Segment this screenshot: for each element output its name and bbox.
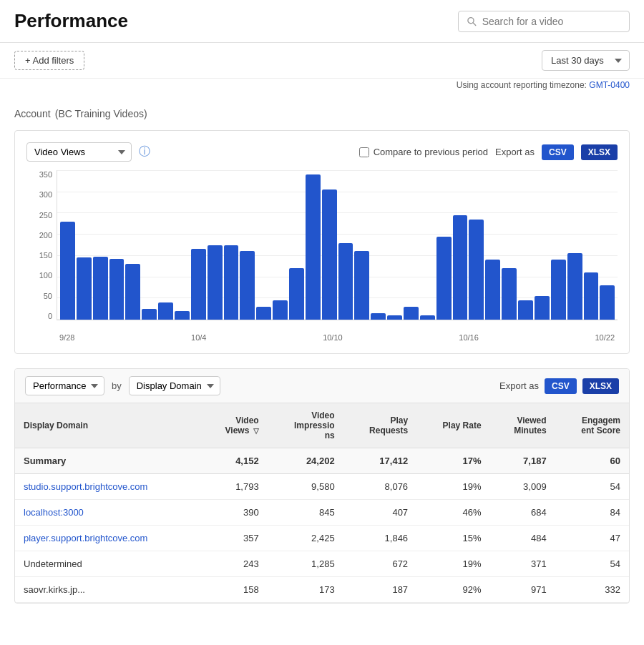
table-xlsx-button[interactable]: XLSX <box>582 378 619 394</box>
table-csv-button[interactable]: CSV <box>545 378 577 394</box>
row-video-views: 390 <box>200 500 267 526</box>
chart-plot <box>57 170 618 320</box>
y-label-250: 250 <box>26 211 52 220</box>
row-play-rate: 15% <box>416 526 489 551</box>
summary-domain: Summary <box>15 448 200 474</box>
domain-link[interactable]: studio.support.brightcove.com <box>24 481 147 492</box>
y-label-150: 150 <box>26 251 52 260</box>
timezone-bar: Using account reporting timezone: GMT-04… <box>0 79 644 96</box>
dimension-dropdown[interactable]: Display Domain Video Country Device Type <box>129 376 220 395</box>
col-header-engagement-score[interactable]: Engagement Score <box>555 403 629 448</box>
toolbar: + Add filters Last 30 days Last 7 days L… <box>0 43 644 79</box>
chart-bar[interactable] <box>306 174 321 320</box>
chart-bar[interactable] <box>208 245 223 320</box>
col-header-play-requests[interactable]: PlayRequests <box>343 403 416 448</box>
row-video-impressions: 2,425 <box>268 526 343 551</box>
chart-bar[interactable] <box>584 272 599 320</box>
row-engagement-score: 54 <box>555 474 629 500</box>
row-play-requests: 1,846 <box>343 526 416 551</box>
row-domain[interactable]: localhost:3000 <box>15 500 200 526</box>
col-header-display-domain[interactable]: Display Domain <box>15 403 200 448</box>
chart-bar[interactable] <box>338 243 353 320</box>
x-label-104: 10/4 <box>191 333 206 342</box>
performance-dropdown[interactable]: Performance <box>25 376 104 395</box>
search-box[interactable] <box>458 11 630 32</box>
x-label-928: 9/28 <box>59 333 74 342</box>
date-range-dropdown[interactable]: Last 30 days Last 7 days Last 365 days C… <box>542 50 630 71</box>
chart-bar[interactable] <box>600 285 615 320</box>
data-table: Display Domain VideoViews ▽ VideoImpress… <box>15 403 629 603</box>
chart-bar[interactable] <box>158 302 173 320</box>
chart-bar[interactable] <box>371 313 386 320</box>
chart-bar[interactable] <box>175 311 190 320</box>
row-play-requests: 187 <box>343 577 416 603</box>
metric-dropdown[interactable]: Video Views Video Impressions Play Reque… <box>26 142 132 162</box>
export-label: Export as <box>495 147 535 157</box>
chart-bar[interactable] <box>535 296 550 320</box>
summary-video-views: 4,152 <box>200 448 267 474</box>
chart-bar[interactable] <box>93 257 108 320</box>
col-header-video-views[interactable]: VideoViews ▽ <box>200 403 267 448</box>
chart-bar[interactable] <box>273 300 288 320</box>
chart-bar[interactable] <box>404 307 419 320</box>
chart-bar[interactable] <box>142 309 157 320</box>
chart-bar[interactable] <box>191 249 206 320</box>
row-domain[interactable]: studio.support.brightcove.com <box>15 474 200 500</box>
chart-xlsx-button[interactable]: XLSX <box>581 144 618 160</box>
chart-bar[interactable] <box>518 300 533 320</box>
info-icon[interactable]: ⓘ <box>139 144 150 159</box>
row-viewed-minutes: 684 <box>490 500 555 526</box>
chart-x-axis: 9/28 10/4 10/10 10/16 10/22 <box>57 322 618 342</box>
bars-wrapper <box>57 170 618 320</box>
row-video-impressions: 845 <box>268 500 343 526</box>
add-filters-button[interactable]: + Add filters <box>14 51 84 70</box>
chart-bar[interactable] <box>354 251 369 320</box>
chart-toolbar: Video Views Video Impressions Play Reque… <box>26 142 618 162</box>
table-export-label: Export as <box>499 380 539 391</box>
chart-bar[interactable] <box>502 268 517 320</box>
row-viewed-minutes: 371 <box>490 551 555 577</box>
chart-bar[interactable] <box>60 222 75 320</box>
chart-bar[interactable] <box>240 251 255 320</box>
x-label-1010: 10/10 <box>323 333 343 342</box>
chart-bar[interactable] <box>77 257 92 320</box>
account-title: Account (BC Training Videos) <box>14 103 630 122</box>
chart-bar[interactable] <box>387 315 402 320</box>
svg-line-1 <box>473 22 476 25</box>
summary-engagement-score: 60 <box>555 448 629 474</box>
chart-bar[interactable] <box>485 260 500 320</box>
compare-checkbox-label[interactable]: Compare to previous period <box>359 147 488 157</box>
chart-bar[interactable] <box>289 268 304 320</box>
chart-bar[interactable] <box>469 220 484 320</box>
domain-text: Undetermined <box>24 558 82 569</box>
table-section: Performance by Display Domain Video Coun… <box>14 368 630 604</box>
chart-bar[interactable] <box>322 189 337 320</box>
timezone-link[interactable]: GMT-0400 <box>589 80 630 90</box>
col-header-video-impressions[interactable]: VideoImpressions <box>268 403 343 448</box>
domain-link[interactable]: player.support.brightcove.com <box>24 533 147 543</box>
row-domain: Undetermined <box>15 551 200 577</box>
compare-checkbox[interactable] <box>359 147 369 157</box>
chart-bar[interactable] <box>256 307 271 320</box>
chart-bar[interactable] <box>125 264 140 320</box>
row-domain[interactable]: player.support.brightcove.com <box>15 526 200 551</box>
chart-bar[interactable] <box>551 260 566 320</box>
y-label-300: 300 <box>26 190 52 199</box>
row-play-rate: 19% <box>416 474 489 500</box>
row-engagement-score: 332 <box>555 577 629 603</box>
chart-bar[interactable] <box>567 253 582 320</box>
chart-csv-button[interactable]: CSV <box>542 144 574 160</box>
chart-bar[interactable] <box>224 245 239 320</box>
row-video-views: 243 <box>200 551 267 577</box>
domain-link[interactable]: localhost:3000 <box>24 507 84 518</box>
row-engagement-score: 54 <box>555 551 629 577</box>
col-header-viewed-minutes[interactable]: ViewedMinutes <box>490 403 555 448</box>
chart-bar[interactable] <box>109 259 125 320</box>
chart-bar[interactable] <box>436 237 452 320</box>
y-label-100: 100 <box>26 271 52 280</box>
search-input[interactable] <box>482 16 620 27</box>
chart-bar[interactable] <box>420 315 435 320</box>
chart-bar[interactable] <box>453 215 468 320</box>
col-header-play-rate[interactable]: Play Rate <box>416 403 489 448</box>
chart-toolbar-right: Compare to previous period Export as CSV… <box>359 144 618 160</box>
